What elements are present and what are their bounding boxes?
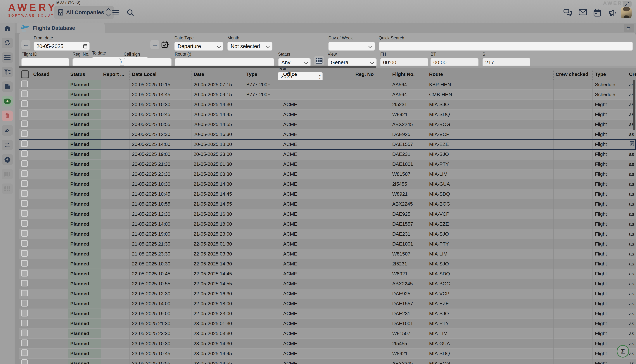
table-row[interactable]: Planned 20-05-2025 12:30 20-05-2025 16:3…: [19, 129, 636, 139]
table-row[interactable]: Planned 20-05-2025 19:00 20-05-2025 23:0…: [19, 150, 636, 159]
col-type[interactable]: Type: [593, 69, 627, 80]
avatar[interactable]: [621, 7, 631, 18]
company-selector[interactable]: All Companies: [54, 6, 114, 19]
row-checkbox[interactable]: [21, 210, 28, 217]
month-select[interactable]: Not selected: [228, 42, 272, 51]
row-checkbox[interactable]: [21, 130, 28, 137]
mail-icon[interactable]: [579, 9, 587, 17]
table-row[interactable]: Planned 20-05-2025 10:45 20-05-2025 14:4…: [19, 110, 636, 119]
col-office[interactable]: Office: [281, 69, 353, 80]
filter-icon[interactable]: [2, 67, 13, 77]
table-row[interactable]: Planned 21-05-2025 10:55 21-05-2025 14:5…: [19, 199, 636, 209]
table-row[interactable]: Planned 22-05-2025 10:30 22-05-2025 14:3…: [19, 259, 636, 269]
report-icon[interactable]: [2, 82, 13, 92]
expand-icon[interactable]: [623, 1, 631, 7]
date-type-select[interactable]: Departure: [174, 42, 223, 51]
row-checkbox[interactable]: [21, 160, 28, 167]
row-checkbox[interactable]: [21, 340, 28, 346]
row-checkbox[interactable]: [21, 170, 28, 177]
quick-search-input[interactable]: [379, 42, 633, 51]
row-checkbox[interactable]: [21, 100, 28, 107]
sync-icon[interactable]: [2, 38, 13, 48]
col-date[interactable]: Date: [191, 69, 244, 80]
gear-icon[interactable]: [2, 154, 13, 165]
open-in-window-icon[interactable]: [624, 24, 634, 32]
table-row[interactable]: Planned 21-05-2025 12:30 21-05-2025 16:3…: [19, 209, 636, 219]
horizontal-scrollbar-thumb[interactable]: [19, 66, 376, 68]
row-checkbox[interactable]: [21, 310, 28, 316]
row-checkbox[interactable]: [21, 240, 28, 247]
row-note-icon[interactable]: [630, 141, 634, 146]
row-checkbox[interactable]: [21, 190, 28, 197]
table-row[interactable]: Planned 22-05-2025 23:30 23-05-2025 03:3…: [19, 329, 636, 338]
map-icon[interactable]: [2, 169, 13, 180]
row-checkbox[interactable]: [21, 120, 28, 127]
row-checkbox[interactable]: [21, 270, 28, 277]
eraser-icon[interactable]: [2, 125, 13, 136]
table-row[interactable]: Planned 21-05-2025 10:30 21-05-2025 14:3…: [19, 179, 636, 189]
table-row[interactable]: Planned 23-05-2025 10:30 23-05-2025 14:3…: [19, 338, 636, 348]
table-view-icon[interactable]: [314, 56, 324, 65]
search-icon[interactable]: [127, 9, 135, 17]
row-checkbox[interactable]: [21, 180, 28, 187]
table-row[interactable]: Planned 21-05-2025 14:00 21-05-2025 18:0…: [19, 219, 636, 229]
row-checkbox[interactable]: [21, 280, 28, 287]
table-row[interactable]: Planned 21-05-2025 21:30 22-05-2025 01:3…: [19, 239, 636, 249]
transfer-icon[interactable]: [2, 140, 13, 150]
row-checkbox[interactable]: [21, 90, 28, 97]
sliders-icon[interactable]: [2, 52, 13, 63]
row-checkbox[interactable]: [21, 350, 28, 356]
table-row[interactable]: Planned 22-05-2025 10:55 22-05-2025 14:5…: [19, 279, 636, 289]
col-closed[interactable]: Closed: [31, 69, 68, 80]
table-row[interactable]: Planned 22-05-2025 19:00 22-05-2025 23:0…: [19, 309, 636, 319]
table-row[interactable]: Planned 23-05-2025 10:55 23-05-2025 14:5…: [19, 358, 636, 364]
row-checkbox[interactable]: [21, 150, 28, 157]
grid-icon[interactable]: [2, 184, 13, 194]
col-date-local[interactable]: Date Local: [130, 69, 191, 80]
day-of-week-select[interactable]: [328, 42, 375, 51]
prev-period-button[interactable]: ←: [21, 40, 30, 49]
table-row[interactable]: Planned 21-05-2025 10:45 21-05-2025 14:4…: [19, 189, 636, 199]
col-ac-type[interactable]: Type: [244, 69, 281, 80]
col-reg-no[interactable]: Reg. No: [353, 69, 390, 80]
delete-icon[interactable]: [2, 110, 13, 121]
table-row[interactable]: Planned 20-05-2025 10:30 20-05-2025 14:3…: [19, 100, 636, 110]
hamburger-icon[interactable]: [112, 10, 119, 16]
row-checkbox[interactable]: [21, 300, 28, 306]
row-checkbox[interactable]: [21, 80, 28, 87]
table-row[interactable]: Planned 22-05-2025 12:30 22-05-2025 16:3…: [19, 289, 636, 299]
row-checkbox[interactable]: [21, 290, 28, 296]
row-checkbox[interactable]: [21, 110, 28, 117]
row-checkbox[interactable]: [21, 320, 28, 326]
chat-icon[interactable]: [563, 9, 572, 17]
col-crew[interactable]: Cre: [627, 69, 636, 80]
calendar-icon[interactable]: [594, 9, 602, 17]
add-icon[interactable]: +: [2, 96, 13, 106]
col-flight-no[interactable]: Flight No.: [390, 69, 427, 80]
row-checkbox[interactable]: [21, 260, 28, 267]
home-icon[interactable]: [2, 23, 13, 34]
table-row[interactable]: Planned 23-05-2025 10:45 23-05-2025 14:4…: [19, 348, 636, 358]
col-route[interactable]: Route: [427, 69, 553, 80]
table-row[interactable]: Planned 20-05-2025 23:30 21-05-2025 03:3…: [19, 169, 636, 179]
vertical-scrollbar-thumb[interactable]: [633, 80, 635, 130]
horizontal-scrollbar[interactable]: [19, 66, 636, 68]
row-checkbox[interactable]: [21, 200, 28, 207]
next-period-button[interactable]: →: [150, 40, 159, 49]
tab-flights-database[interactable]: Flights Database: [17, 23, 105, 33]
table-row[interactable]: Planned 20-05-2025 14:45 20-05-2025 09:1…: [19, 90, 636, 100]
table-row[interactable]: Planned 20-05-2025 10:55 20-05-2025 14:5…: [19, 119, 636, 129]
row-checkbox[interactable]: [21, 360, 28, 364]
table-row[interactable]: Planned 22-05-2025 14:00 22-05-2025 18:0…: [19, 299, 636, 309]
table-row[interactable]: Planned 21-05-2025 23:30 22-05-2025 03:3…: [19, 249, 636, 259]
table-row[interactable]: Planned 21-05-2025 19:00 21-05-2025 23:0…: [19, 229, 636, 239]
row-checkbox[interactable]: [21, 230, 28, 237]
col-status[interactable]: Status: [68, 69, 101, 80]
col-crew-checked[interactable]: Crew checked: [553, 69, 593, 80]
table-row[interactable]: Planned 20-05-2025 21:30 21-05-2025 01:3…: [19, 159, 636, 169]
table-row[interactable]: Planned 22-05-2025 21:30 23-05-2025 01:3…: [19, 319, 636, 329]
row-checkbox[interactable]: [21, 140, 28, 147]
select-all-checkbox[interactable]: [21, 70, 29, 78]
sum-button[interactable]: Σ: [617, 345, 629, 358]
table-row[interactable]: Planned 22-05-2025 10:45 22-05-2025 14:4…: [19, 269, 636, 279]
